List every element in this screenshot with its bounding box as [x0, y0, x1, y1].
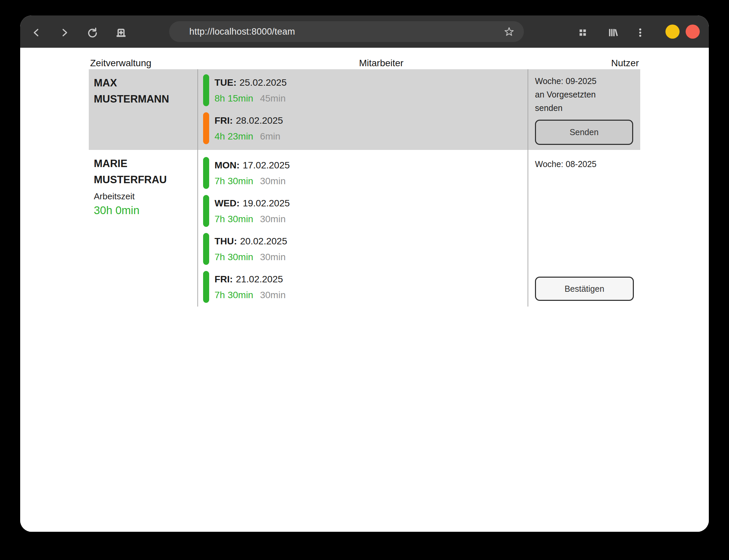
day-abbr: WED: [215, 198, 240, 208]
day-abbr: FRI: [215, 115, 233, 126]
day-date-line: TUE:25.02.2025 [215, 75, 286, 90]
time-line: 7h 30min30min [215, 211, 290, 227]
day-entry-text: FRI:21.02.2025 7h 30min30min [215, 271, 285, 303]
break-time: 30min [260, 290, 285, 300]
day-entry: FRI:21.02.2025 7h 30min30min [203, 271, 528, 303]
day-date-line: WED:19.02.2025 [215, 195, 290, 211]
day-date-line: MON:17.02.2025 [215, 157, 290, 173]
worked-time: 7h 30min [215, 214, 253, 224]
status-bar [203, 74, 209, 106]
day-entry-text: MON:17.02.2025 7h 30min30min [215, 157, 290, 189]
week-info-cell: Woche: 08-2025 Bestätigen [528, 150, 640, 307]
day-entry-text: WED:19.02.2025 7h 30min30min [215, 195, 290, 227]
day-entry: FRI:28.02.2025 4h 23min6min [203, 112, 528, 144]
status-bar [203, 157, 209, 189]
break-time: 30min [260, 252, 285, 262]
browser-window: http://localhost:8000/team [20, 15, 709, 532]
worktime-value: 30h 0min [94, 203, 195, 218]
day-abbr: MON: [215, 160, 240, 170]
url-text[interactable]: http://localhost:8000/team [189, 27, 295, 37]
day-date: 21.02.2025 [236, 274, 283, 284]
reload-icon[interactable] [85, 25, 100, 40]
break-time: 45min [260, 93, 285, 104]
menu-kebab-icon[interactable] [633, 25, 648, 40]
day-date: 20.02.2025 [240, 236, 287, 246]
worked-time: 7h 30min [215, 176, 253, 186]
day-entry: WED:19.02.2025 7h 30min30min [203, 195, 528, 227]
team-page: Zeitverwaltung Mitarbeiter Nutzer MAXMUS… [20, 48, 709, 532]
break-time: 6min [260, 131, 280, 142]
worked-time: 4h 23min [215, 131, 253, 142]
close-button[interactable] [686, 25, 700, 39]
status-bar [203, 271, 209, 303]
status-bar [203, 112, 209, 144]
week-info-cell: Woche: 09-2025an Vorgesetztensenden Send… [528, 69, 640, 150]
day-date: 19.02.2025 [243, 198, 290, 208]
week-action-button[interactable]: Senden [535, 120, 633, 145]
day-entry: THU:20.02.2025 7h 30min30min [203, 233, 528, 265]
time-line: 7h 30min30min [215, 249, 287, 265]
day-entries-cell: MON:17.02.2025 7h 30min30min WED:19.02.2… [198, 150, 528, 307]
browser-toolbar: http://localhost:8000/team [20, 15, 709, 48]
day-entry-text: TUE:25.02.2025 8h 15min45min [215, 74, 286, 106]
week-info-lines: Woche: 09-2025an Vorgesetztensenden [535, 74, 637, 115]
bookmark-star-icon[interactable] [502, 24, 516, 39]
worked-time: 7h 30min [215, 290, 253, 300]
library-icon[interactable] [605, 25, 620, 40]
time-line: 4h 23min6min [215, 128, 283, 144]
new-tab-icon[interactable] [114, 25, 128, 40]
nav-zeitverwaltung[interactable]: Zeitverwaltung [90, 58, 151, 69]
day-entry-text: FRI:28.02.2025 4h 23min6min [215, 112, 283, 144]
address-bar[interactable]: http://localhost:8000/team [169, 21, 524, 42]
week-info-lines: Woche: 08-2025 [535, 157, 637, 171]
break-time: 30min [260, 214, 285, 224]
day-abbr: FRI: [215, 274, 233, 284]
employee-name: MARIEMUSTERFRAU [94, 156, 195, 188]
employee-rows: MAXMUSTERMANN TUE:25.02.2025 8h 15min45m… [89, 69, 640, 307]
day-date-line: FRI:21.02.2025 [215, 271, 285, 287]
break-time: 30min [260, 176, 285, 186]
worktime-label: Arbeitszeit [94, 190, 195, 203]
employee-name-cell: MARIEMUSTERFRAU Arbeitszeit 30h 0min [89, 150, 198, 307]
worked-time: 7h 30min [215, 252, 253, 262]
day-date: 25.02.2025 [239, 77, 286, 88]
day-date: 17.02.2025 [243, 160, 290, 170]
employee-name-cell: MAXMUSTERMANN [89, 69, 198, 150]
time-line: 8h 15min45min [215, 90, 286, 106]
tab-grid-icon[interactable] [575, 25, 590, 40]
day-date-line: THU:20.02.2025 [215, 233, 287, 249]
status-bar [203, 233, 209, 265]
back-icon[interactable] [29, 25, 44, 40]
top-nav: Zeitverwaltung Mitarbeiter Nutzer [89, 48, 640, 69]
day-abbr: TUE: [215, 77, 236, 88]
forward-icon[interactable] [57, 25, 72, 40]
day-entry-text: THU:20.02.2025 7h 30min30min [215, 233, 287, 265]
day-date-line: FRI:28.02.2025 [215, 113, 283, 128]
day-date: 28.02.2025 [236, 115, 283, 126]
day-entries-cell: TUE:25.02.2025 8h 15min45min FRI:28.02.2… [198, 69, 528, 150]
employee-row: MARIEMUSTERFRAU Arbeitszeit 30h 0min MON… [89, 150, 640, 307]
day-entry: TUE:25.02.2025 8h 15min45min [203, 74, 528, 106]
employee-row: MAXMUSTERMANN TUE:25.02.2025 8h 15min45m… [89, 69, 640, 150]
nav-nutzer[interactable]: Nutzer [611, 58, 639, 69]
minimize-button[interactable] [665, 25, 680, 39]
day-abbr: THU: [215, 236, 237, 246]
worked-time: 8h 15min [215, 93, 253, 104]
nav-mitarbeiter[interactable]: Mitarbeiter [359, 58, 404, 69]
status-bar [203, 195, 209, 227]
time-line: 7h 30min30min [215, 287, 285, 303]
employee-name: MAXMUSTERMANN [94, 75, 195, 107]
day-entry: MON:17.02.2025 7h 30min30min [203, 157, 528, 189]
week-action-button[interactable]: Bestätigen [535, 277, 634, 301]
time-line: 7h 30min30min [215, 173, 290, 189]
